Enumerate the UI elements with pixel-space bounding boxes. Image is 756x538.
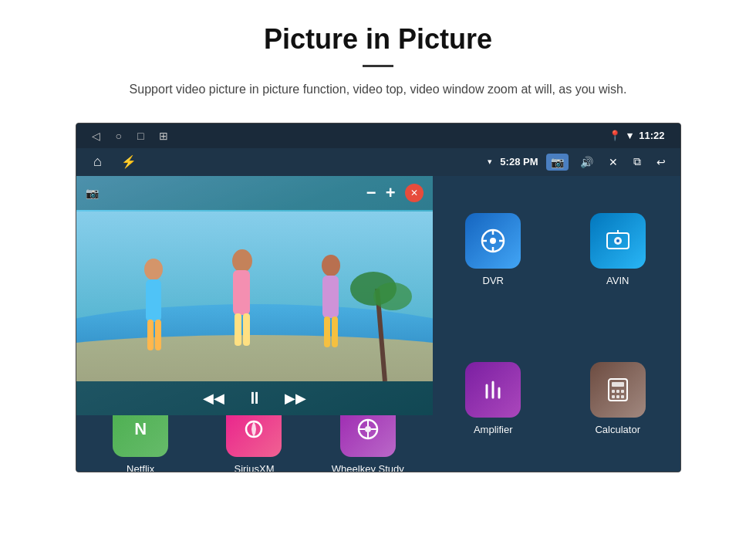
wheelkey-label: Wheelkey Study <box>332 463 404 472</box>
app-item-avin[interactable]: AVIN <box>555 176 680 325</box>
avin-icon-svg <box>604 227 632 255</box>
svg-point-7 <box>232 249 252 272</box>
pip-pause-btn[interactable]: ⏸ <box>246 388 263 408</box>
pip-next-btn[interactable]: ▶▶ <box>285 390 306 407</box>
amplifier-icon-svg <box>479 376 507 404</box>
svg-point-26 <box>616 239 619 242</box>
wheelkey-icon-svg <box>356 417 380 442</box>
wifi-signal-icon: ▾ <box>488 157 492 167</box>
netflix-label: Netflix <box>127 463 154 472</box>
status-bar-top: ◁ ○ □ ⊞ 📍 ▾ 11:22 <box>76 124 680 148</box>
current-time: 5:28 PM <box>500 156 538 167</box>
page-title: Picture in Picture <box>31 23 725 56</box>
volume-icon[interactable]: 🔊 <box>576 154 597 171</box>
device-screen: ◁ ○ □ ⊞ 📍 ▾ 11:22 ⌂ ⚡ ▾ 5:28 PM 📷 🔊 <box>76 123 681 472</box>
svg-rect-9 <box>235 313 241 346</box>
screenshot-icon[interactable]: ⊞ <box>159 130 168 142</box>
home-icon[interactable]: ○ <box>116 130 122 142</box>
usb-icon: ⚡ <box>121 154 137 169</box>
pip-video-window[interactable]: 📷 − + ✕ ◀◀ ⏸ ▶▶ <box>76 176 433 415</box>
app-grid-right: DVR AVIN <box>431 176 680 472</box>
siriusxm-label: SiriusXM <box>234 463 274 472</box>
calculator-icon <box>590 362 646 418</box>
pip-cam-icon: 📷 <box>86 187 99 199</box>
status-bar-second: ⌂ ⚡ ▾ 5:28 PM 📷 🔊 ✕ ⧉ ↩ <box>76 148 680 176</box>
app-item-amplifier[interactable]: Amplifier <box>431 324 556 472</box>
svg-rect-34 <box>616 390 619 393</box>
close-status-icon[interactable]: ✕ <box>605 154 622 171</box>
camera-status-icon[interactable]: 📷 <box>546 154 569 171</box>
svg-rect-8 <box>233 270 250 315</box>
status-left-icons: ⌂ ⚡ <box>87 151 137 173</box>
svg-rect-35 <box>621 390 624 393</box>
svg-rect-32 <box>612 382 624 387</box>
app-item-dvr[interactable]: DVR <box>431 176 556 325</box>
svg-rect-13 <box>324 316 330 347</box>
svg-point-11 <box>322 255 340 276</box>
svg-rect-36 <box>612 395 615 398</box>
home-button[interactable]: ⌂ <box>87 151 109 173</box>
page-subtitle: Support video picture in picture functio… <box>108 80 648 100</box>
pip-video-inner <box>76 176 433 415</box>
pip-playback-controls: ◀◀ ⏸ ▶▶ <box>76 381 433 415</box>
svg-rect-12 <box>322 276 339 318</box>
page-header: Picture in Picture Support video picture… <box>0 0 756 115</box>
wifi-icon: ▾ <box>627 130 633 141</box>
recent-icon[interactable]: □ <box>137 130 143 142</box>
pip-minus-btn[interactable]: − <box>366 183 376 203</box>
svg-point-41 <box>365 426 371 432</box>
avin-icon <box>590 213 646 269</box>
pip-header-controls: 📷 − + ✕ <box>76 176 433 210</box>
svg-rect-5 <box>147 320 154 350</box>
svg-rect-37 <box>616 395 619 398</box>
app-item-calculator[interactable]: Calculator <box>555 324 680 472</box>
location-icon: 📍 <box>609 130 621 141</box>
title-divider <box>363 65 393 67</box>
svg-rect-33 <box>612 390 615 393</box>
avin-label: AVIN <box>606 275 629 286</box>
dvr-icon <box>465 213 521 269</box>
amplifier-label: Amplifier <box>474 424 513 435</box>
main-area: 📷 − + ✕ ◀◀ ⏸ ▶▶ <box>76 176 680 472</box>
dvr-label: DVR <box>483 275 504 286</box>
dvr-icon-svg <box>479 227 507 255</box>
back-icon[interactable]: ◁ <box>92 130 100 142</box>
amplifier-icon <box>465 362 521 418</box>
back-status-icon[interactable]: ↩ <box>653 154 670 171</box>
svg-rect-4 <box>146 279 161 322</box>
svg-rect-10 <box>243 313 250 346</box>
status-right: 📍 ▾ 11:22 <box>609 130 664 141</box>
svg-point-19 <box>490 238 496 244</box>
svg-rect-38 <box>621 395 624 398</box>
svg-point-3 <box>144 259 163 280</box>
status-right-side: ▾ 5:28 PM 📷 🔊 ✕ ⧉ ↩ <box>488 153 669 171</box>
nav-buttons: ◁ ○ □ ⊞ <box>92 130 169 142</box>
svg-point-2 <box>76 335 433 381</box>
pip-status-icon[interactable]: ⧉ <box>629 153 645 171</box>
device-wrapper: ◁ ○ □ ⊞ 📍 ▾ 11:22 ⌂ ⚡ ▾ 5:28 PM 📷 🔊 <box>0 123 756 472</box>
svg-point-17 <box>373 283 412 310</box>
calculator-icon-svg <box>604 376 632 404</box>
svg-rect-14 <box>332 316 338 347</box>
siriusxm-icon-svg <box>241 417 266 442</box>
pip-prev-btn[interactable]: ◀◀ <box>203 390 224 407</box>
pip-plus-btn[interactable]: + <box>386 183 396 203</box>
status-time: 11:22 <box>639 130 664 141</box>
pip-close-btn[interactable]: ✕ <box>405 184 424 202</box>
svg-rect-6 <box>155 320 161 350</box>
video-scene <box>76 211 433 381</box>
calculator-label: Calculator <box>595 424 640 435</box>
